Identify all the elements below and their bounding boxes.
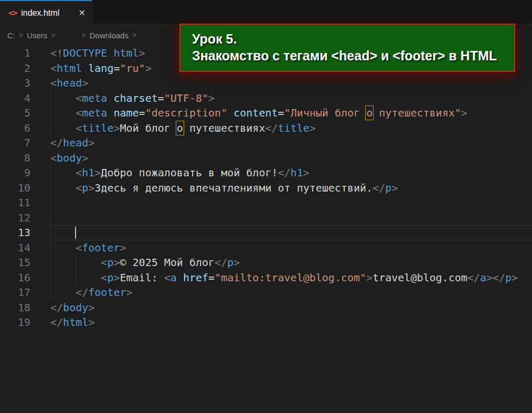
code-content: <meta name="description" content="Личный… (50, 105, 532, 121)
code-token: < (50, 77, 57, 89)
lesson-banner-subtitle: Знакомство с тегами <head> и <footer> в … (192, 47, 514, 64)
line-number: 10 (0, 181, 30, 196)
chevron-right-icon: > (19, 31, 23, 39)
unicode-highlight-char: о (366, 107, 373, 119)
code-token: p (227, 256, 233, 269)
breadcrumb-item-c[interactable]: C: (7, 31, 15, 40)
code-token: body (57, 152, 82, 164)
breadcrumb-item-users[interactable]: Users (27, 31, 47, 40)
code-token: > (512, 271, 518, 284)
code-token: meta (82, 107, 107, 119)
code-token: p (82, 182, 88, 194)
breadcrumb-item-downloads[interactable]: Downloads (90, 31, 129, 40)
indent-guide (50, 225, 51, 240)
code-token (50, 122, 76, 134)
code-token: < (101, 271, 107, 284)
code-content: </footer> (50, 285, 532, 300)
code-token: </ (467, 271, 480, 284)
tab-index-html[interactable]: <> index.html ✕ (0, 0, 92, 25)
code-token: < (76, 166, 82, 179)
code-line-16: 16 <p>Email: <a href="mailto:travel@blog… (0, 270, 532, 285)
code-token: > (366, 271, 373, 284)
code-line-9: 9 <h1>Добро пожаловать в мой блог!</h1> (0, 165, 532, 181)
code-token: > (120, 241, 126, 254)
indent-guide (76, 255, 76, 270)
code-token: h1 (82, 166, 94, 179)
code-token: charset (113, 92, 157, 104)
code-token (177, 271, 183, 284)
line-number: 1 (0, 46, 30, 61)
line-number: 19 (0, 315, 30, 330)
line-number: 9 (0, 165, 30, 181)
code-token (50, 166, 76, 179)
code-token: < (50, 152, 57, 164)
code-token: html (57, 62, 82, 75)
code-content (50, 225, 532, 240)
code-token: > (486, 271, 493, 284)
code-token: > (88, 316, 94, 329)
code-token: travel@blog.com (373, 271, 467, 284)
code-token (107, 47, 113, 59)
code-token (50, 107, 76, 119)
code-token: > (113, 271, 120, 284)
line-number: 5 (0, 105, 30, 121)
line-number: 12 (0, 210, 30, 226)
code-content: <body> (50, 151, 532, 166)
code-token: title (278, 122, 310, 134)
text-cursor (75, 227, 76, 239)
line-number: 15 (0, 255, 30, 270)
code-line-7: 7</head> (0, 135, 532, 151)
code-token: © 2025 Мой блог (120, 256, 215, 269)
code-token: </ (50, 136, 63, 149)
code-token: > (113, 256, 120, 269)
code-token: > (126, 286, 133, 299)
code-token: < (50, 62, 57, 75)
code-line-12: 12 (0, 210, 532, 226)
line-number: 16 (0, 270, 30, 285)
indent-guide (50, 270, 51, 285)
indent-guide (50, 91, 51, 106)
code-token: p (107, 256, 113, 269)
code-token: "mailto:travel@blog.com" (215, 271, 366, 284)
code-token: > (113, 122, 120, 134)
code-content: <meta charset="UTF-8"> (50, 91, 532, 106)
chevron-right-icon: > (82, 31, 86, 39)
code-token (50, 241, 76, 254)
close-icon[interactable]: ✕ (79, 8, 86, 18)
line-number: 17 (0, 285, 30, 300)
code-token: = (278, 107, 284, 119)
code-token: lang (88, 62, 113, 75)
code-token: = (113, 62, 120, 75)
vscode-window: { "tab_bar": { "tabs": [ { "label": "ind… (0, 0, 532, 413)
indent-guide (50, 210, 51, 226)
code-content: </body> (50, 300, 532, 315)
code-token: </ (50, 316, 63, 329)
indent-guide (50, 105, 51, 121)
code-token: < (76, 92, 82, 104)
code-token: </ (493, 271, 505, 284)
code-line-17: 17 </footer> (0, 285, 532, 300)
code-token: > (208, 92, 215, 104)
tab-title: index.html (21, 8, 59, 18)
code-token: < (164, 271, 171, 284)
indent-guide (50, 181, 51, 196)
code-token: Мой блог (120, 122, 176, 134)
code-token: > (310, 122, 316, 134)
code-token: a (480, 271, 486, 284)
code-token: > (139, 47, 145, 59)
code-line-14: 14 <footer> (0, 240, 532, 256)
code-token: < (76, 241, 82, 254)
line-number: 6 (0, 121, 30, 136)
code-token: </ (215, 256, 227, 269)
unicode-highlight-char: о (177, 122, 183, 134)
code-token: DOCTYPE (63, 47, 107, 59)
code-token: > (88, 301, 94, 314)
code-token: </ (278, 166, 291, 179)
indent-guide (50, 195, 51, 210)
code-token: <! (50, 47, 63, 59)
chevron-right-icon: > (132, 31, 136, 39)
code-editor[interactable]: 1<!DOCTYPE html>2<html lang="ru">3<head>… (0, 46, 532, 330)
code-token: < (76, 107, 82, 119)
code-token: > (82, 77, 88, 89)
indent-guide (50, 121, 51, 136)
